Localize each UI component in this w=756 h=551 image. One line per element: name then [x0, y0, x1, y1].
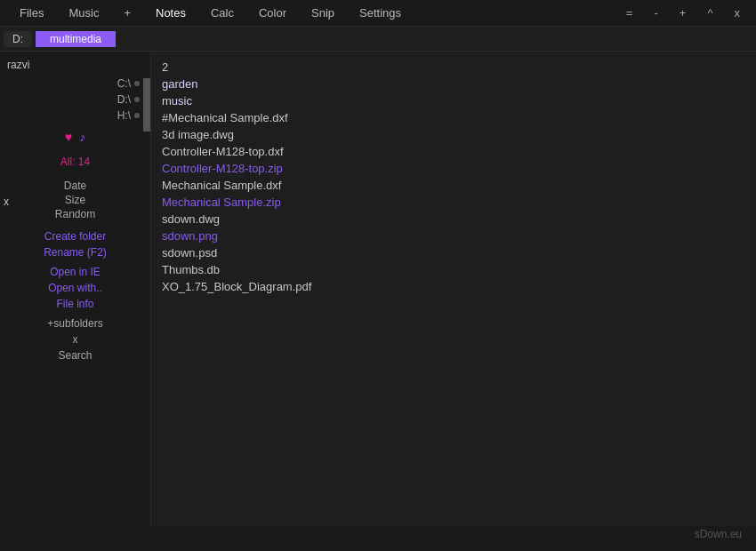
window-controls: = - + ^ x [617, 6, 749, 20]
list-item[interactable]: sdown.dwg [162, 211, 745, 228]
search-link[interactable]: Search [0, 347, 150, 363]
menu-plus[interactable]: + [111, 0, 143, 27]
list-item[interactable]: 3d image.dwg [162, 126, 745, 143]
menu-music[interactable]: Music [56, 0, 111, 27]
drive-list: C:\ D:\ H:\ [0, 73, 150, 126]
menu-color[interactable]: Color [246, 0, 299, 27]
open-with-link[interactable]: Open with.. [0, 280, 150, 296]
drive-d[interactable]: D:\ [7, 92, 143, 107]
main-layout: razvi C:\ D:\ H:\ ♥ ♪ All: 14 [0, 52, 756, 526]
drive-dot [134, 97, 140, 102]
restore-button[interactable]: ^ [698, 6, 721, 20]
list-item[interactable]: Controller-M128-top.zip [162, 160, 745, 177]
sort-date[interactable]: Date [0, 179, 150, 193]
open-ie-link[interactable]: Open in IE [0, 260, 150, 280]
list-item[interactable]: Mechanical Sample.dxf [162, 177, 745, 194]
list-item[interactable]: Mechanical Sample.zip [162, 194, 745, 211]
sort-size[interactable]: Size [0, 193, 150, 207]
menu-calc[interactable]: Calc [198, 0, 246, 27]
menu-files[interactable]: Files [7, 0, 56, 27]
sort-section: Date Size Random [0, 175, 150, 225]
file-info-link[interactable]: File info [0, 296, 150, 312]
menu-settings[interactable]: Settings [347, 0, 414, 27]
create-folder-link[interactable]: Create folder [0, 228, 150, 244]
rename-link[interactable]: Rename (F2) [0, 244, 150, 260]
media-icons: ♥ ♪ [0, 126, 150, 148]
subfolders-link[interactable]: +subfolders [0, 312, 150, 331]
drive-c[interactable]: C:\ [7, 76, 143, 91]
actions-section: Create folder Rename (F2) Open in IE Ope… [0, 225, 150, 367]
list-item[interactable]: #Mechanical Sample.dxf [162, 109, 745, 126]
x-indicator[interactable]: x [0, 194, 12, 210]
list-item[interactable]: sdown.png [162, 228, 745, 244]
list-item[interactable]: XO_1.75_Block_Diagram.pdf [162, 278, 745, 295]
list-item[interactable]: Thumbs.db [162, 261, 745, 278]
list-item[interactable]: music [162, 92, 745, 109]
sort-random[interactable]: Random [0, 207, 150, 221]
heart-icon[interactable]: ♥ [65, 130, 72, 144]
menu-notes[interactable]: Notes [143, 0, 198, 27]
close-button[interactable]: x [726, 6, 750, 20]
file-panel: 2 garden music #Mechanical Sample.dxf 3d… [151, 52, 756, 526]
all-count: All: 14 [60, 156, 90, 168]
scroll-bar[interactable] [143, 78, 150, 132]
minimize-button[interactable]: - [645, 6, 666, 20]
maximize-button[interactable]: + [671, 6, 696, 20]
drive-h[interactable]: H:\ [7, 108, 143, 123]
drive-label[interactable]: D: [4, 31, 32, 47]
list-item[interactable]: 2 [162, 59, 745, 76]
menu-bar: Files Music + Notes Calc Color Snip Sett… [0, 0, 756, 27]
left-panel: razvi C:\ D:\ H:\ ♥ ♪ All: 14 [0, 52, 151, 526]
menu-snip[interactable]: Snip [299, 0, 347, 27]
music-icon[interactable]: ♪ [79, 130, 85, 144]
x-link[interactable]: x [0, 331, 150, 347]
stats-section: All: 14 [0, 148, 150, 175]
watermark: sDown.eu [695, 528, 742, 540]
folder-label[interactable]: multimedia [36, 31, 116, 47]
list-item[interactable]: garden [162, 76, 745, 92]
equals-button[interactable]: = [617, 6, 642, 20]
user-label: razvi [0, 55, 150, 73]
drive-dot [134, 113, 140, 118]
drive-dot [134, 81, 140, 86]
path-bar: D: multimedia [0, 27, 756, 52]
list-item[interactable]: sdown.psd [162, 244, 745, 261]
list-item[interactable]: Controller-M128-top.dxf [162, 143, 745, 160]
